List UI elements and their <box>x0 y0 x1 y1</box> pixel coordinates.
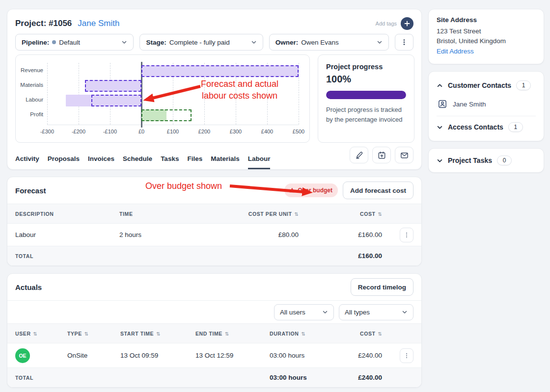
title-row: Project: #1056 Jane Smith Add tags <box>15 16 413 31</box>
project-page: Project: #1056 Jane Smith Add tags Pipel… <box>0 0 550 392</box>
tab-invoices[interactable]: Invoices <box>88 155 114 169</box>
col-user[interactable]: USER <box>15 331 67 337</box>
progress-description: Project progress is tracked by the perce… <box>326 105 406 125</box>
forecast-row-menu-button[interactable] <box>400 228 413 242</box>
bar-materials-forecast <box>85 80 141 92</box>
forecast-table-row: Labour 2 hours £80.00 £160.00 <box>7 223 421 246</box>
header-kebab-button[interactable] <box>395 34 413 51</box>
total-label: TOTAL <box>15 375 67 381</box>
forecast-total-row: TOTAL £160.00 <box>7 246 421 265</box>
total-label: TOTAL <box>15 253 119 259</box>
pipeline-select[interactable]: Pipeline: Default <box>15 34 134 51</box>
x-tick-label: -£200 <box>72 129 85 134</box>
contact-row[interactable]: Jane Smith <box>437 94 536 114</box>
kebab-icon <box>401 39 408 46</box>
col-duration[interactable]: DURATION <box>270 331 343 337</box>
timelog-duration: 03:00 hours <box>270 352 343 359</box>
col-cost-per-unit[interactable]: COST PER UNIT <box>248 211 299 217</box>
owner-value: Owen Evans <box>301 39 374 46</box>
kebab-icon <box>404 353 410 359</box>
badge-label: Over budget <box>298 187 332 194</box>
site-address-card: Site Address 123 Test Street Bristol, Un… <box>428 9 544 64</box>
actuals-table-header: USER TYPE START TIME END TIME DURATION C… <box>7 323 421 343</box>
actuals-total-cost: £240.00 <box>358 374 382 381</box>
col-start-time[interactable]: START TIME <box>120 331 195 337</box>
customer-contacts-count: 1 <box>516 80 531 90</box>
project-tasks-toggle[interactable]: Project Tasks 0 <box>437 152 536 169</box>
chart-category-labels: RevenueMaterialsLabourProfit <box>16 63 43 122</box>
stage-label: Stage: <box>146 39 166 46</box>
right-sidebar: Site Address 123 Test Street Bristol, Un… <box>428 9 544 180</box>
bar-labour-forecast <box>91 95 141 106</box>
users-filter-select[interactable]: All users <box>274 304 334 320</box>
sort-icon <box>156 331 160 337</box>
chevron-up-icon <box>437 82 443 89</box>
tab-activity[interactable]: Activity <box>15 155 39 169</box>
add-tag-button[interactable] <box>401 17 413 30</box>
project-progress-card: Project progress 100% Project progress i… <box>318 54 414 143</box>
edit-button[interactable] <box>350 147 368 163</box>
col-cost[interactable]: COST <box>360 211 382 217</box>
project-tabs: Activity Proposals Invoices Schedule Tas… <box>15 155 270 169</box>
pencil-icon <box>355 151 364 160</box>
timelog-end: 13 Oct 12:59 <box>195 352 270 359</box>
chevron-down-icon <box>322 309 328 315</box>
forecast-cost: £160.00 <box>358 231 382 238</box>
record-timelog-button[interactable]: Record timelog <box>351 278 413 296</box>
finance-bar-chart: RevenueMaterialsLabourProfit -£300-£200-… <box>15 54 310 143</box>
x-tick-label: £400 <box>261 129 273 134</box>
edit-address-link[interactable]: Edit Address <box>437 46 474 57</box>
stage-select[interactable]: Stage: Complete - fully paid <box>139 34 263 51</box>
x-tick-label: £300 <box>230 129 242 134</box>
customer-contacts-toggle[interactable]: Customer Contacts 1 <box>437 77 536 94</box>
forecast-table-header: DESCRIPTION TIME COST PER UNIT COST <box>7 204 421 223</box>
users-filter-value: All users <box>280 309 305 316</box>
add-event-button[interactable] <box>372 147 391 163</box>
project-header-card: Project: #1056 Jane Smith Add tags Pipel… <box>7 9 422 170</box>
tab-materials[interactable]: Materials <box>211 155 240 169</box>
project-tasks-card: Project Tasks 0 <box>428 148 544 173</box>
envelope-icon <box>400 151 409 160</box>
add-tags-label: Add tags <box>376 21 397 26</box>
col-description: DESCRIPTION <box>15 211 119 217</box>
calendar-plus-icon <box>377 151 386 160</box>
tab-labour[interactable]: Labour <box>248 155 271 169</box>
customer-name-link[interactable]: Jane Smith <box>78 19 119 28</box>
owner-select[interactable]: Owner: Owen Evans <box>269 34 389 51</box>
contacts-card: Customer Contacts 1 Jane Smith Access Co… <box>428 71 544 141</box>
sort-icon <box>295 211 299 217</box>
access-contacts-toggle[interactable]: Access Contacts 1 <box>437 118 536 136</box>
plus-icon <box>404 21 410 26</box>
address-line-2: Bristol, United Kingdom <box>437 36 536 46</box>
actuals-total-duration: 03:00 hours <box>270 374 343 381</box>
actuals-total-row: TOTAL 03:00 hours £240.00 <box>7 367 421 387</box>
main-column: Project: #1056 Jane Smith Add tags Pipel… <box>7 9 422 392</box>
status-dropdowns: Pipeline: Default Stage: Complete - full… <box>15 34 413 51</box>
sort-icon <box>84 331 88 337</box>
project-tasks-label: Project Tasks <box>448 157 492 164</box>
x-tick-label: -£300 <box>40 129 54 134</box>
tab-proposals[interactable]: Proposals <box>48 155 80 169</box>
pipeline-label: Pipeline: <box>22 39 49 46</box>
gridline <box>79 63 79 125</box>
progress-bar <box>326 91 406 99</box>
actuals-title: Actuals <box>15 283 42 291</box>
progress-percent: 100% <box>326 74 406 85</box>
col-type[interactable]: TYPE <box>67 331 120 337</box>
contact-name: Jane Smith <box>453 101 486 108</box>
tab-files[interactable]: Files <box>187 155 202 169</box>
access-contacts-label: Access Contacts <box>448 123 503 131</box>
col-end-time[interactable]: END TIME <box>195 331 270 337</box>
add-forecast-cost-button[interactable]: Add forecast cost <box>343 182 413 199</box>
customer-contacts-label: Customer Contacts <box>448 81 511 89</box>
types-filter-select[interactable]: All types <box>339 304 413 320</box>
gridline <box>299 63 299 125</box>
tab-schedule[interactable]: Schedule <box>123 155 152 169</box>
actuals-row-menu-button[interactable] <box>400 348 413 363</box>
email-button[interactable] <box>395 147 413 163</box>
forecast-header: Forecast Over budget Add forecast cost <box>7 177 421 204</box>
tab-tasks[interactable]: Tasks <box>161 155 179 169</box>
sort-icon <box>33 331 37 337</box>
col-cost[interactable]: COST <box>360 331 382 337</box>
contact-card-icon <box>438 99 447 109</box>
